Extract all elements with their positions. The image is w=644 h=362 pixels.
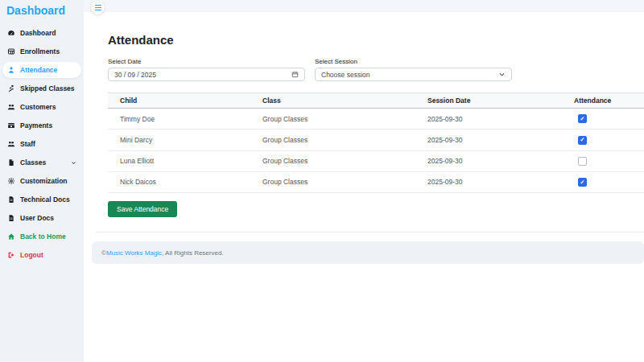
save-attendance-button[interactable]: Save Attendance — [108, 201, 177, 217]
column-header-class: Class — [250, 93, 415, 109]
users-icon — [7, 140, 15, 148]
person-running-icon — [7, 84, 15, 93]
table-row: Mini Darcy Group Classes 2025-09-30 — [108, 130, 644, 150]
sidebar-item-label: Customers — [20, 103, 56, 111]
sidebar-item-label: Customization — [20, 177, 68, 185]
class-cell: Group Classes — [250, 130, 415, 150]
filters-row: Select Date 30 / 09 / 2025 Select Sessio… — [108, 58, 620, 81]
class-cell: Group Classes — [250, 109, 415, 130]
attendance-checkbox[interactable] — [578, 157, 587, 166]
sidebar-item-label: Technical Docs — [20, 195, 70, 204]
hamburger-icon — [95, 5, 101, 6]
table-icon — [7, 47, 15, 56]
page-title: Attendance — [108, 33, 620, 47]
sidebar-item-label: Classes — [20, 158, 46, 167]
sidebar-item-user-docs[interactable]: User Docs — [2, 210, 81, 226]
chevron-down-icon — [71, 160, 76, 166]
date-value: 30 / 09 / 2025 — [114, 71, 156, 79]
session-date-cell: 2025-09-30 — [415, 150, 562, 171]
sidebar-item-skipped-classes[interactable]: Skipped Classes — [2, 80, 81, 97]
attendance-table: Child Class Session Date Attendance Timm… — [108, 93, 644, 193]
attendance-checkbox[interactable] — [578, 178, 587, 187]
sidebar-item-customization[interactable]: Customization — [2, 173, 81, 189]
child-cell: Mini Darcy — [108, 130, 250, 150]
sidebar-item-dashboard[interactable]: Dashboard — [2, 25, 81, 41]
footer: © Music Works Magic , All Rights Reserve… — [92, 241, 644, 264]
document-icon — [7, 195, 15, 204]
sidebar-item-enrollments[interactable]: Enrollments — [2, 43, 81, 60]
sidebar-item-label: Dashboard — [20, 29, 56, 37]
main-area: Attendance Select Date 30 / 09 / 2025 Se… — [84, 0, 644, 362]
content-panel: Attendance Select Date 30 / 09 / 2025 Se… — [84, 12, 644, 362]
child-cell: Timmy Doe — [108, 109, 250, 130]
date-label: Select Date — [108, 58, 305, 65]
sidebar-toggle-button[interactable] — [91, 1, 105, 14]
sidebar-item-label: Skipped Classes — [20, 84, 75, 93]
class-cell: Group Classes — [250, 150, 415, 171]
class-cell: Group Classes — [250, 171, 415, 192]
sidebar-item-label: Attendance — [20, 66, 57, 74]
table-row: Luna Elliott Group Classes 2025-09-30 — [108, 150, 644, 171]
sidebar-item-customers[interactable]: Customers — [2, 99, 81, 115]
sidebar-item-label: Enrollments — [20, 47, 60, 56]
sidebar: Dashboard Dashboard Enrollments Attendan… — [0, 0, 84, 362]
attendance-checkbox[interactable] — [578, 114, 587, 123]
content-divider — [96, 232, 644, 232]
app-title: Dashboard — [0, 0, 84, 17]
file-icon — [7, 158, 15, 167]
money-icon — [7, 121, 15, 130]
sidebar-item-attendance[interactable]: Attendance — [2, 62, 81, 78]
sidebar-item-classes[interactable]: Classes — [2, 154, 81, 171]
sidebar-item-label: Logout — [20, 251, 43, 259]
sidebar-item-logout[interactable]: Logout — [2, 247, 81, 263]
session-filter: Select Session Choose session — [315, 58, 512, 81]
home-icon — [7, 232, 15, 241]
footer-rights-text: , All Rights Reserved. — [162, 249, 223, 257]
sidebar-item-label: Staff — [20, 140, 35, 148]
gear-icon — [7, 177, 15, 185]
footer-brand-link[interactable]: Music Works Magic — [106, 249, 162, 257]
sidebar-nav: Dashboard Enrollments Attendance Skipped… — [0, 17, 84, 263]
column-header-session-date: Session Date — [415, 93, 562, 109]
date-input[interactable]: 30 / 09 / 2025 — [108, 68, 305, 81]
gauge-icon — [7, 29, 15, 37]
sidebar-item-staff[interactable]: Staff — [2, 136, 81, 152]
table-row: Nick Daicos Group Classes 2025-09-30 — [108, 171, 644, 192]
attendance-checkbox[interactable] — [578, 136, 587, 145]
app-window: Dashboard Dashboard Enrollments Attendan… — [0, 0, 644, 362]
sidebar-item-label: Back to Home — [20, 232, 66, 241]
sidebar-item-back-to-home[interactable]: Back to Home — [2, 228, 81, 245]
child-cell: Luna Elliott — [108, 150, 250, 171]
sidebar-item-label: User Docs — [20, 214, 54, 222]
session-date-cell: 2025-09-30 — [415, 130, 562, 150]
logout-icon — [7, 251, 15, 259]
session-select[interactable]: Choose session — [315, 68, 512, 81]
calendar-icon — [291, 71, 299, 78]
column-header-child: Child — [108, 93, 250, 109]
child-cell: Nick Daicos — [108, 171, 250, 192]
column-header-attendance: Attendance — [562, 93, 644, 109]
table-header-row: Child Class Session Date Attendance — [108, 93, 644, 109]
sidebar-item-technical-docs[interactable]: Technical Docs — [2, 191, 81, 208]
session-label: Select Session — [315, 58, 512, 65]
session-date-cell: 2025-09-30 — [415, 109, 562, 130]
date-filter: Select Date 30 / 09 / 2025 — [108, 58, 305, 81]
session-date-cell: 2025-09-30 — [415, 171, 562, 192]
document-icon — [7, 214, 15, 222]
chevron-down-icon — [498, 71, 506, 78]
sidebar-item-payments[interactable]: Payments — [2, 117, 81, 134]
person-icon — [7, 66, 15, 74]
sidebar-item-label: Payments — [20, 121, 52, 130]
session-value: Choose session — [321, 71, 369, 79]
table-row: Timmy Doe Group Classes 2025-09-30 — [108, 109, 644, 130]
users-icon — [7, 103, 15, 111]
